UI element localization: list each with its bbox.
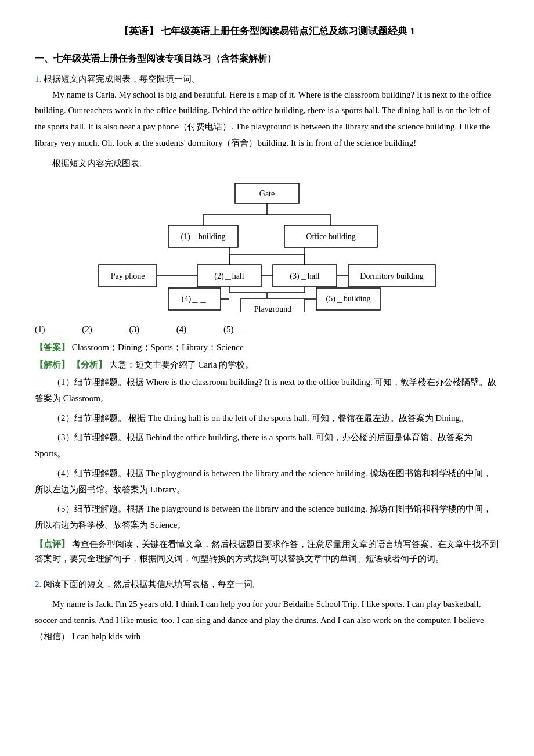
svg-text:(1)＿building: (1)＿building	[181, 232, 226, 242]
analysis-5: （5）细节理解题。根据 The playground is between th…	[35, 501, 499, 534]
answer-label: 【答案】	[35, 343, 70, 352]
analysis-intro: 大意：短文主要介绍了 Carla 的学校。	[109, 360, 254, 369]
svg-text:(3)＿hall: (3)＿hall	[290, 272, 319, 281]
svg-text:Playground: Playground	[254, 305, 292, 312]
main-title: 【英语】 七年级英语上册任务型阅读易错点汇总及练习测试题经典 1	[35, 23, 499, 40]
section1-title: 一、七年级英语上册任务型阅读专项目练习（含答案解析）	[35, 51, 499, 66]
svg-text:Office building: Office building	[306, 232, 356, 241]
school-map-container: Gate (1)＿building Office building Pay ph…	[87, 179, 447, 318]
commentary-text: 考查任务型阅读，关键在看懂文章，然后根据题目要求作答，注意尽量用文章的语言填写答…	[35, 539, 499, 564]
q1-map-instruction: 根据短文内容完成图表。	[35, 156, 499, 171]
question-2: 2. 阅读下面的短文，然后根据其信息填写表格，每空一词。	[35, 577, 499, 592]
q1-passage: My name is Carla. My school is big and b…	[35, 87, 499, 152]
question-1: 1. 根据短文内容完成图表，每空限填一词。	[35, 72, 499, 87]
answer-text: Classroom；Dining；Sports；Library；Science	[72, 343, 244, 352]
q1-number: 1.	[35, 74, 41, 84]
commentary-block: 【点评】 考查任务型阅读，关键在看懂文章，然后根据题目要求作答，注意尽量用文章的…	[35, 537, 499, 567]
analysis-2: （2）细节理解题。 根据 The dining hall is on the l…	[35, 411, 499, 427]
q2-instruction: 阅读下面的短文，然后根据其信息填写表格，每空一词。	[44, 579, 261, 589]
answer-block: 【答案】 Classroom；Dining；Sports；Library；Sci…	[35, 340, 499, 355]
svg-text:(4)＿＿: (4)＿＿	[182, 294, 207, 304]
svg-text:(2)＿hall: (2)＿hall	[214, 272, 244, 281]
analysis-label: 【解析】	[35, 360, 70, 369]
commentary-label: 【点评】	[35, 539, 70, 549]
analysis-sub-label: 【分析】	[72, 360, 107, 369]
school-map-svg: Gate (1)＿building Office building Pay ph…	[87, 179, 447, 312]
q1-instruction: 根据短文内容完成图表，每空限填一词。	[44, 74, 200, 84]
blanks-line: (1)________ (2)________ (3)________ (4)_…	[35, 322, 499, 337]
svg-text:Dormitory building: Dormitory building	[360, 272, 423, 280]
analysis-block: 【解析】 【分析】 大意：短文主要介绍了 Carla 的学校。	[35, 358, 499, 373]
analysis-3: （3）细节理解题。根据 Behind the office building, …	[35, 430, 499, 462]
svg-text:Gate: Gate	[259, 189, 275, 198]
analysis-4: （4）细节理解题。根据 The playground is between th…	[35, 466, 499, 498]
analysis-1: （1）细节理解题。根据 Where is the classroom build…	[35, 375, 499, 407]
q2-number: 2.	[35, 579, 41, 589]
svg-text:Pay phone: Pay phone	[111, 272, 145, 280]
q2-passage: My name is Jack. I'm 25 years old. I thi…	[35, 596, 499, 645]
svg-text:(5)＿building: (5)＿building	[326, 294, 371, 304]
